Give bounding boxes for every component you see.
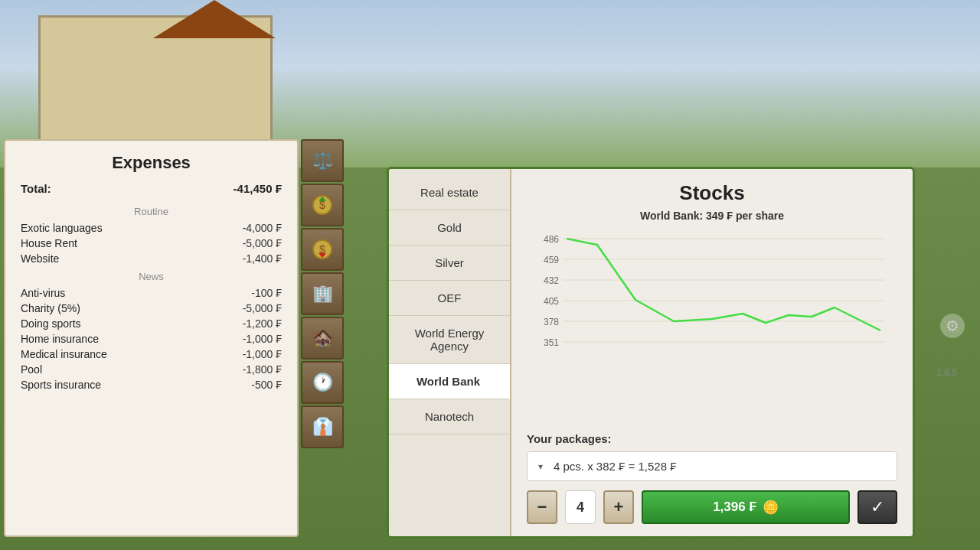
nav-item-oef[interactable]: OEF [389,281,510,316]
expense-amount: -1,000 ₣ [243,333,282,345]
svg-text:459: 459 [544,255,559,265]
nav-item-real-estate[interactable]: Real estate [389,175,510,210]
buy-button[interactable]: 1,396 ₣ 🪙 [642,490,850,524]
svg-text:405: 405 [544,296,559,307]
sidebar-icon-coins-up[interactable]: $ [301,184,344,226]
routine-label: Routine [21,206,282,217]
expense-amount: -1,400 ₣ [243,252,282,265]
stocks-subtitle: World Bank: 349 ₣ per share [527,210,897,222]
packages-value: 4 pcs. x 382 ₣ = 1,528 ₣ [554,460,677,473]
coins-icon: 🪙 [763,500,779,516]
stocks-main: Stocks World Bank: 349 ₣ per share 486 4… [511,169,913,536]
expenses-panel: Expenses Total: -41,450 ₣ Routine Exotic… [4,139,299,537]
svg-text:378: 378 [544,317,559,327]
buy-amount: 1,396 ₣ [713,500,756,515]
stocks-content: Real estate Gold Silver OEF World Energy… [389,169,913,536]
expense-amount: -100 ₣ [251,287,282,299]
sidebar-icon-building-red[interactable]: 🏚️ [301,317,344,360]
dropdown-arrow: ▾ [538,461,543,472]
stocks-nav: Real estate Gold Silver OEF World Energy… [389,169,511,536]
expense-name: Doing sports [21,317,81,330]
list-item: Charity (5%) -5,000 ₣ [21,302,282,314]
expense-amount: -1,000 ₣ [243,348,282,360]
nav-item-gold[interactable]: Gold [389,210,510,246]
gear-icon[interactable]: ⚙ [940,314,965,338]
expense-name: Charity (5%) [21,302,80,314]
list-item: House Rent -5,000 ₣ [21,237,282,249]
expense-amount: -1,800 ₣ [243,363,282,376]
expense-name: Pool [21,363,42,376]
sidebar-icons: ⚖️ $ $ 🏢 🏚️ 🕐 👔 [301,139,347,448]
stocks-title: Stocks [527,181,897,205]
expenses-total-value: -41,450 ₣ [234,182,282,195]
plus-button[interactable]: + [603,490,634,524]
packages-label: Your packages: [527,432,897,445]
expense-amount: -1,200 ₣ [243,317,282,330]
sidebar-icon-tie[interactable]: 👔 [301,405,344,448]
list-item: Doing sports -1,200 ₣ [21,317,282,330]
stocks-panel: Real estate Gold Silver OEF World Energy… [387,167,915,539]
expense-name: Website [21,252,59,265]
expenses-title: Expenses [21,153,282,173]
news-label: News [21,271,282,282]
list-item: Sports insurance -500 ₣ [21,379,282,391]
expenses-total-row: Total: -41,450 ₣ [21,182,282,195]
svg-text:486: 486 [544,234,559,245]
list-item: Exotic languages -4,000 ₣ [21,222,282,234]
svg-text:432: 432 [544,275,559,286]
nav-item-nanotech[interactable]: Nanotech [389,399,510,434]
sidebar-icon-balance[interactable]: ⚖️ [301,139,344,182]
svg-text:351: 351 [544,337,559,348]
packages-dropdown[interactable]: ▾ 4 pcs. x 382 ₣ = 1,528 ₣ [527,451,897,481]
sidebar-icon-clock[interactable]: 🕐 [301,361,344,404]
nav-item-world-bank[interactable]: World Bank [389,364,510,399]
expense-name: Medical insurance [21,348,107,360]
sidebar-icon-building[interactable]: 🏢 [301,272,344,315]
confirm-button[interactable]: ✓ [858,490,897,524]
nav-item-world-energy-agency[interactable]: World Energy Agency [389,316,510,364]
version-text: 1.8.5 [936,367,957,378]
expense-name: Exotic languages [21,222,103,234]
list-item: Anti-virus -100 ₣ [21,287,282,299]
expense-name: Anti-virus [21,287,65,299]
stock-chart: 486 459 432 405 378 351 [527,231,897,373]
expense-amount: -5,000 ₣ [243,237,282,249]
expense-name: Sports insurance [21,379,101,391]
list-item: Website -1,400 ₣ [21,252,282,265]
chart-area: 486 459 432 405 378 351 [527,231,897,423]
expense-amount: -500 ₣ [251,379,282,391]
expenses-total-label: Total: [21,182,51,195]
sidebar-icon-coins-down[interactable]: $ [301,228,344,271]
expense-amount: -5,000 ₣ [243,302,282,314]
quantity-display: 4 [565,490,596,524]
list-item: Pool -1,800 ₣ [21,363,282,376]
bottom-controls: − 4 + 1,396 ₣ 🪙 ✓ [527,490,897,524]
list-item: Home insurance -1,000 ₣ [21,333,282,345]
expense-amount: -4,000 ₣ [243,222,282,234]
expense-name: Home insurance [21,333,99,345]
expense-name: House Rent [21,237,77,249]
minus-button[interactable]: − [527,490,557,524]
list-item: Medical insurance -1,000 ₣ [21,348,282,360]
nav-item-silver[interactable]: Silver [389,246,510,281]
